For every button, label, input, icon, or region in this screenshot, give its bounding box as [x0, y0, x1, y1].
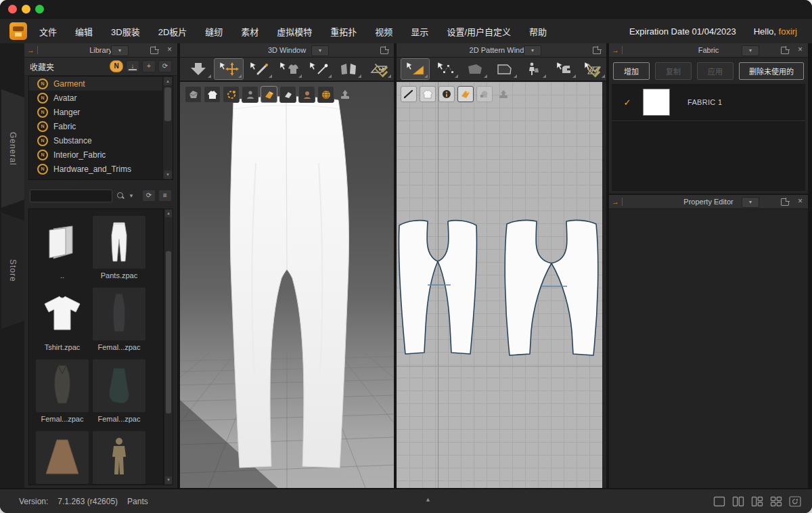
world-view-icon[interactable]	[317, 86, 334, 103]
2d-window-dropdown-button[interactable]: ▾	[524, 45, 541, 56]
fabric-delete-unused-button[interactable]: 删除未使用的	[739, 62, 804, 80]
layout-single-icon[interactable]	[713, 496, 725, 507]
library-popout-icon[interactable]	[150, 47, 158, 54]
library-item-parent-folder[interactable]: ..	[35, 216, 90, 280]
library-item-brown-skirt[interactable]	[35, 431, 90, 485]
fabric-view-icon[interactable]	[261, 86, 277, 103]
menu-retopology[interactable]: 重拓扑	[330, 25, 357, 38]
tab-store[interactable]: Store	[1, 213, 24, 329]
list-view-icon[interactable]: ≡	[158, 189, 172, 202]
pin-tool-button[interactable]	[304, 59, 333, 79]
library-dropdown-button[interactable]: ▾	[111, 45, 129, 56]
scrollbar-thumb[interactable]	[166, 251, 171, 414]
layout-mixed-icon[interactable]	[751, 496, 763, 507]
scroll-down-icon[interactable]: ▼	[164, 171, 172, 179]
search-icon[interactable]	[116, 192, 125, 200]
3d-window-dropdown-button[interactable]: ▾	[311, 45, 329, 56]
layout-reset-icon[interactable]	[789, 496, 801, 507]
layout-quad-icon[interactable]	[770, 496, 782, 507]
library-item-female-dress[interactable]: Femal...zpac	[91, 288, 147, 351]
menu-file[interactable]: 文件	[39, 25, 57, 38]
brush-tool-button[interactable]	[245, 59, 273, 79]
show-avatar-icon[interactable]	[242, 86, 258, 103]
library-item-female-dress-2[interactable]: Femal...zpac	[35, 359, 90, 423]
dock-arrow-icon[interactable]: →	[24, 46, 38, 54]
library-item-tshirt[interactable]: Tshirt.zpac	[35, 288, 90, 351]
close-window-button[interactable]	[8, 5, 17, 14]
menu-sewing[interactable]: 缝纫	[205, 25, 223, 38]
fabric-list-item[interactable]: ✓ FABRIC 1	[612, 84, 805, 121]
favorites-badge-icon[interactable]: N	[110, 60, 123, 72]
simulate-tool-button[interactable]	[184, 59, 212, 79]
folder-item-garment[interactable]: NGarment	[29, 76, 173, 91]
3d-pants-garment[interactable]	[180, 82, 394, 489]
fabric-view-icon[interactable]	[457, 86, 474, 102]
fabric-popout-icon[interactable]	[781, 47, 789, 54]
3d-window-popout-icon[interactable]	[380, 47, 388, 54]
fabric-close-icon[interactable]: ×	[798, 45, 803, 55]
create-rectangle-tool-button[interactable]	[490, 59, 518, 79]
info-view-icon[interactable]	[438, 86, 455, 102]
sewing-tool-button[interactable]	[549, 59, 577, 79]
toolbar-expand-chevron-icon[interactable]	[374, 62, 388, 76]
menu-avatar[interactable]: 虚拟模特	[277, 25, 312, 38]
folder-item-hardware-trims[interactable]: NHardware_and_Trims	[29, 162, 173, 176]
show-cloth-icon[interactable]	[204, 86, 221, 103]
fabric-apply-button[interactable]: 应用	[697, 62, 734, 80]
folder-item-interior-fabric[interactable]: NInterior_Fabric	[29, 148, 173, 162]
username-link[interactable]: foxirj	[779, 26, 797, 37]
3d-viewport[interactable]	[180, 82, 394, 489]
trace-avatar-tool-button[interactable]	[520, 59, 547, 79]
menu-material[interactable]: 素材	[241, 25, 258, 38]
edit-pattern-tool-button[interactable]	[431, 59, 459, 79]
select-garment-tool-button[interactable]	[275, 59, 303, 79]
fold-arrangement-tool-button[interactable]	[334, 59, 363, 79]
refresh-icon[interactable]: ⟳	[158, 60, 172, 72]
select-move-tool-button[interactable]	[214, 58, 244, 80]
pen-view-icon[interactable]	[401, 86, 417, 102]
folder-item-hanger[interactable]: NHanger	[29, 105, 173, 119]
transform-pattern-tool-button[interactable]	[401, 58, 430, 80]
tab-general[interactable]: General	[1, 89, 24, 208]
library-item-avatar[interactable]	[91, 431, 147, 485]
fabric-white-view-icon[interactable]	[279, 86, 296, 103]
thumbnail-scrollbar[interactable]: ▲ ▼	[164, 208, 173, 485]
fabric-swatch[interactable]	[643, 89, 670, 116]
avatar-skin-icon[interactable]	[298, 86, 315, 103]
scroll-up-icon[interactable]: ▲	[164, 77, 172, 85]
fabric-add-button[interactable]: 增加	[613, 62, 650, 80]
folder-item-avatar[interactable]: NAvatar	[29, 91, 173, 105]
minimize-window-button[interactable]	[22, 5, 30, 14]
layout-two-pane-icon[interactable]	[732, 496, 744, 507]
expand-bottom-bar-icon[interactable]: ▲	[425, 496, 431, 503]
search-filter-caret-icon[interactable]: ▼	[129, 193, 134, 199]
search-input[interactable]	[30, 189, 112, 202]
property-dropdown-button[interactable]: ▾	[742, 197, 759, 208]
show-garment-icon[interactable]	[185, 86, 202, 103]
library-item-pants[interactable]: Pants.zpac	[91, 216, 147, 280]
scrollbar-thumb[interactable]	[164, 87, 171, 121]
scroll-down-icon[interactable]: ▼	[165, 476, 172, 484]
scroll-up-icon[interactable]: ▲	[165, 210, 172, 217]
folder-list-scrollbar[interactable]: ▲ ▼	[162, 76, 173, 179]
menu-display[interactable]: 显示	[411, 25, 428, 38]
property-close-icon[interactable]: ×	[798, 196, 803, 206]
menu-help[interactable]: 帮助	[529, 25, 547, 38]
menu-video[interactable]: 视频	[375, 25, 392, 38]
stamp-tool-icon[interactable]	[336, 86, 353, 103]
fabric-copy-button[interactable]: 复制	[655, 62, 692, 80]
reload-results-icon[interactable]: ⟳	[142, 189, 156, 202]
dock-arrow-icon[interactable]: →	[609, 46, 623, 54]
library-close-icon[interactable]: ×	[167, 45, 172, 55]
toolbar-expand-chevron-icon[interactable]	[586, 62, 601, 76]
dock-arrow-icon[interactable]: →	[609, 198, 623, 206]
2d-window-popout-icon[interactable]	[593, 47, 601, 54]
download-icon[interactable]: ↓	[126, 60, 139, 72]
locked-garment-icon[interactable]	[476, 86, 493, 102]
menu-3d-garment[interactable]: 3D服装	[111, 25, 140, 38]
create-polygon-tool-button[interactable]	[461, 59, 489, 79]
stamp-view-icon[interactable]	[495, 86, 512, 102]
menu-2d-pattern[interactable]: 2D板片	[158, 25, 187, 38]
menu-edit[interactable]: 编辑	[75, 25, 93, 38]
library-item-female-skirt[interactable]: Femal...zpac	[91, 359, 147, 423]
